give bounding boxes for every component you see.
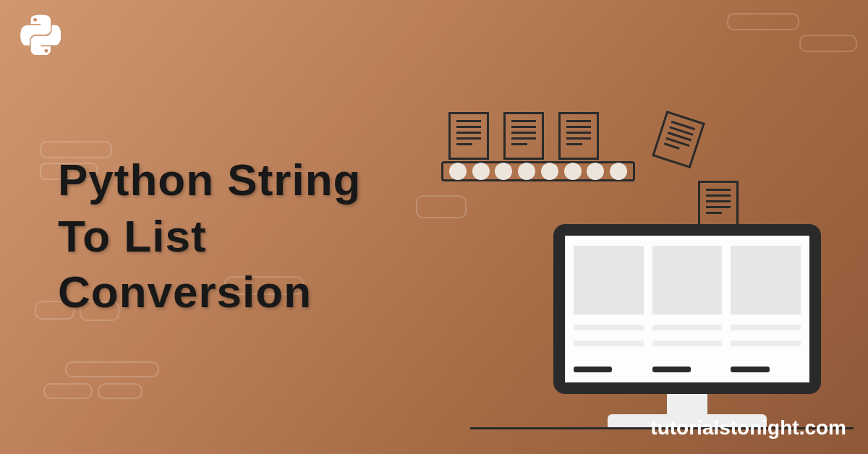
document-icon — [652, 111, 705, 168]
title-line-2: To List — [58, 208, 361, 265]
screen — [565, 236, 809, 382]
deco-box — [416, 195, 467, 218]
deco-box — [65, 361, 159, 377]
deco-box — [799, 35, 857, 52]
deco-box — [98, 383, 142, 399]
title-line-3: Conversion — [58, 264, 361, 320]
document-icon — [558, 112, 599, 160]
monitor-icon — [553, 224, 821, 394]
ui-card — [652, 246, 723, 372]
deco-box — [43, 383, 93, 399]
monitor-neck — [667, 394, 707, 414]
ui-card — [574, 246, 644, 372]
website-label: tutorialstonight.com — [650, 416, 846, 440]
deco-box — [727, 13, 799, 30]
computer-illustration — [550, 224, 825, 427]
document-icon — [698, 181, 739, 228]
conveyor-illustration — [441, 112, 658, 181]
document-icon — [448, 112, 489, 160]
conveyor-belt-icon — [441, 161, 635, 181]
python-logo-icon — [20, 14, 61, 55]
document-icon — [503, 112, 544, 160]
ui-card — [731, 246, 801, 372]
page-title: Python String To List Conversion — [58, 152, 361, 320]
title-line-1: Python String — [58, 152, 361, 208]
